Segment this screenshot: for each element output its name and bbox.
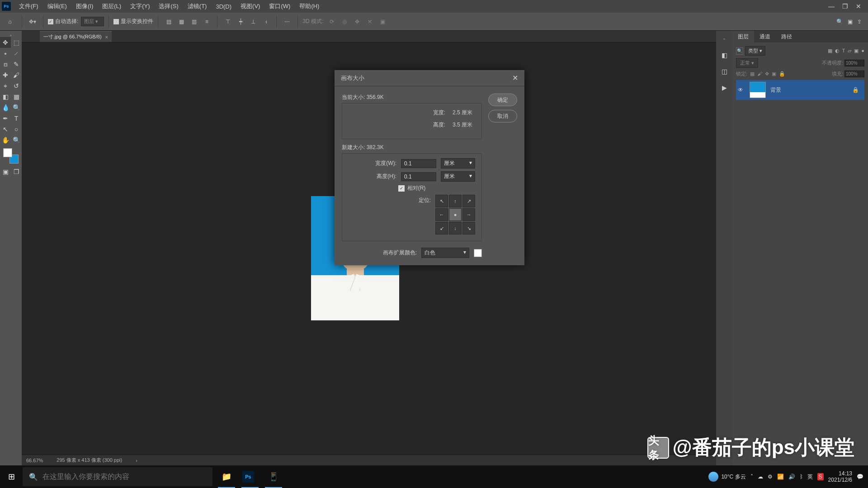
lock-position-icon[interactable]: ✥ bbox=[765, 71, 769, 77]
history-brush-tool[interactable]: ↺ bbox=[11, 80, 22, 91]
opacity-input[interactable] bbox=[844, 60, 864, 66]
taskbar-app-icon[interactable]: 📱 bbox=[262, 465, 285, 488]
tray-volume-icon[interactable]: 🔊 bbox=[788, 474, 795, 480]
color-panel-icon[interactable]: ◧ bbox=[719, 50, 730, 61]
filter-shape-icon[interactable]: ▱ bbox=[848, 48, 851, 54]
tray-sogou-icon[interactable]: S bbox=[817, 473, 824, 480]
window-minimize[interactable]: — bbox=[827, 2, 835, 10]
filter-smart-icon[interactable]: ▣ bbox=[854, 48, 859, 54]
pen-tool[interactable]: ✒ bbox=[0, 113, 11, 124]
tab-paths[interactable]: 路径 bbox=[776, 31, 797, 42]
menu-filter[interactable]: 滤镜(T) bbox=[183, 0, 212, 13]
eyedropper-tool[interactable]: ✎ bbox=[11, 59, 22, 70]
layer-search-icon[interactable]: 🔍 bbox=[736, 47, 743, 55]
align-center-v-icon[interactable]: ┿ bbox=[235, 16, 246, 28]
tray-network-icon[interactable]: ⚙ bbox=[768, 474, 773, 480]
ext-color-swatch[interactable] bbox=[474, 249, 482, 257]
rail-collapse-icon[interactable]: » bbox=[719, 33, 730, 44]
ext-color-select[interactable]: 白色▾ bbox=[421, 248, 469, 258]
foreground-swatch[interactable] bbox=[3, 148, 12, 157]
align-bottom-icon[interactable]: ⊥ bbox=[247, 16, 259, 28]
taskbar-photoshop-icon[interactable]: Ps bbox=[239, 465, 261, 488]
play-panel-icon[interactable]: ▶ bbox=[719, 82, 730, 93]
tray-chevron-icon[interactable]: ˄ bbox=[750, 474, 753, 480]
anchor-w[interactable]: ← bbox=[435, 208, 448, 221]
adjustments-panel-icon[interactable]: ◫ bbox=[719, 66, 730, 77]
lock-pixels-icon[interactable]: ▦ bbox=[750, 71, 755, 77]
menu-select[interactable]: 选择(S) bbox=[154, 0, 183, 13]
align-center-h-icon[interactable]: ▦ bbox=[175, 16, 187, 28]
menu-help[interactable]: 帮助(H) bbox=[295, 0, 324, 13]
layer-row[interactable]: 👁 背景 🔒 bbox=[736, 80, 864, 100]
workspace-icon[interactable]: ▣ bbox=[848, 19, 853, 25]
window-close[interactable]: ✕ bbox=[854, 2, 863, 10]
taskbar-search[interactable]: 🔍 bbox=[23, 467, 212, 486]
zoom-level[interactable]: 66.67% bbox=[26, 458, 43, 463]
anchor-se[interactable]: ↘ bbox=[462, 222, 475, 235]
menu-type[interactable]: 文字(Y) bbox=[126, 0, 154, 13]
width-input[interactable] bbox=[401, 159, 436, 168]
doc-dimensions[interactable]: 295 像素 x 413 像素 (300 ppi) bbox=[57, 457, 122, 464]
status-chevron-icon[interactable]: › bbox=[136, 458, 137, 463]
tray-ime[interactable]: 英 bbox=[807, 473, 813, 481]
anchor-grid[interactable]: ↖↑↗ ←●→ ↙↓↘ bbox=[435, 195, 475, 235]
menu-edit[interactable]: 编辑(E) bbox=[43, 0, 71, 13]
align-more-icon[interactable]: ≡ bbox=[201, 16, 212, 28]
lock-artboard-icon[interactable]: ▣ bbox=[772, 71, 776, 77]
window-restore[interactable]: ❐ bbox=[841, 2, 849, 10]
height-input[interactable] bbox=[401, 172, 436, 181]
fill-input[interactable] bbox=[844, 70, 864, 77]
toolbar-collapse-icon[interactable]: « bbox=[0, 33, 22, 37]
brush-tool[interactable]: 🖌 bbox=[11, 70, 22, 80]
layer-lock-icon[interactable]: 🔒 bbox=[852, 87, 863, 93]
menu-image[interactable]: 图像(I) bbox=[71, 0, 98, 13]
close-tab-icon[interactable]: × bbox=[105, 34, 108, 40]
tab-channels[interactable]: 通道 bbox=[754, 31, 776, 42]
crop-tool[interactable]: ⧈ bbox=[0, 59, 11, 70]
dialog-close-icon[interactable]: ✕ bbox=[512, 74, 518, 82]
healing-tool[interactable]: ✚ bbox=[0, 70, 11, 80]
auto-select-target[interactable]: 图层 ▾ bbox=[81, 17, 104, 26]
cancel-button[interactable]: 取消 bbox=[488, 110, 517, 122]
clone-tool[interactable]: ⌖ bbox=[0, 80, 11, 91]
align-right-icon[interactable]: ▥ bbox=[188, 16, 200, 28]
eraser-tool[interactable]: ◧ bbox=[0, 91, 11, 102]
share-icon[interactable]: ⇪ bbox=[857, 19, 862, 25]
lasso-tool[interactable]: ⭑ bbox=[0, 48, 11, 59]
hand-tool[interactable]: ✋ bbox=[0, 135, 11, 145]
color-swatches[interactable] bbox=[3, 148, 19, 164]
lock-all-icon[interactable]: 🔒 bbox=[779, 71, 785, 77]
more-options-icon[interactable]: ⋯ bbox=[281, 16, 293, 28]
weather-widget[interactable]: 10°C 多云 bbox=[708, 472, 745, 482]
tab-layers[interactable]: 图层 bbox=[732, 31, 754, 42]
align-left-icon[interactable]: ▤ bbox=[163, 16, 175, 28]
anchor-e[interactable]: → bbox=[462, 208, 475, 221]
lock-brush-icon[interactable]: 🖌 bbox=[757, 71, 762, 77]
menu-file[interactable]: 文件(F) bbox=[14, 0, 43, 13]
layer-visibility-icon[interactable]: 👁 bbox=[738, 87, 745, 93]
quick-select-tool[interactable]: ⟋ bbox=[11, 48, 22, 59]
blur-tool[interactable]: 💧 bbox=[0, 102, 11, 113]
anchor-center[interactable]: ● bbox=[449, 208, 462, 221]
menu-3d[interactable]: 3D(D) bbox=[211, 0, 236, 13]
path-select-tool[interactable]: ↖ bbox=[0, 124, 11, 135]
zoom-tool[interactable]: 🔍 bbox=[11, 135, 22, 145]
distribute-icon[interactable]: ⫞ bbox=[260, 16, 272, 28]
layer-thumbnail[interactable] bbox=[750, 82, 766, 98]
anchor-s[interactable]: ↓ bbox=[449, 222, 462, 235]
taskbar-explorer-icon[interactable]: 📁 bbox=[215, 465, 238, 488]
move-tool[interactable]: ✥ bbox=[0, 37, 11, 48]
filter-adjust-icon[interactable]: ◐ bbox=[835, 48, 840, 54]
anchor-sw[interactable]: ↙ bbox=[435, 222, 448, 235]
ok-button[interactable]: 确定 bbox=[488, 94, 517, 106]
home-icon[interactable]: ⌂ bbox=[3, 14, 17, 29]
layer-filter-kind[interactable]: 类型 ▾ bbox=[745, 46, 765, 56]
blend-mode[interactable]: 正常 ▾ bbox=[736, 58, 758, 68]
filter-toggle-icon[interactable]: ● bbox=[861, 48, 864, 54]
anchor-n[interactable]: ↑ bbox=[449, 195, 462, 207]
menu-layer[interactable]: 图层(L) bbox=[98, 0, 126, 13]
dodge-tool[interactable]: 🔍 bbox=[11, 102, 22, 113]
type-tool[interactable]: T bbox=[11, 113, 22, 124]
search-icon[interactable]: 🔍 bbox=[836, 19, 843, 25]
tray-cloud-icon[interactable]: ☁ bbox=[758, 474, 763, 480]
